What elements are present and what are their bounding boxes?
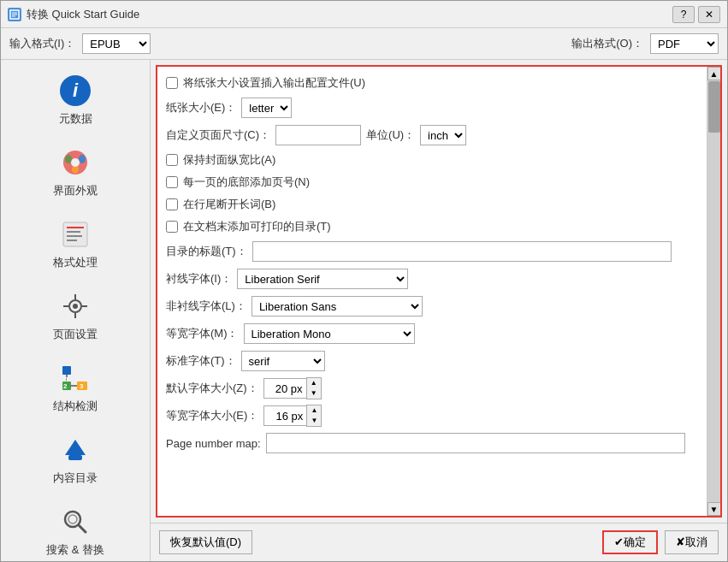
struct-icon-area: 1 2 3 — [58, 361, 92, 395]
unit-select[interactable]: inch cm mm — [420, 125, 466, 145]
svg-point-15 — [73, 304, 78, 309]
printable-toc-label: 在文档末添加可打印的目录(T) — [183, 219, 331, 234]
input-format-select[interactable]: EPUB — [82, 33, 151, 54]
mono-font-select[interactable]: Liberation Mono Courier New — [244, 323, 415, 344]
std-font-row: 标准字体(T)： serif sans-serif monospace — [166, 351, 698, 371]
sidebar: i 元数据 界面外观 — [1, 60, 151, 561]
default-size-arrows: ▲ ▼ — [306, 377, 322, 399]
page-number-label: 每一页的底部添加页号(N) — [183, 175, 310, 190]
checkbox-insert-paper: 将纸张大小设置插入输出配置文件(U) — [166, 75, 698, 91]
output-format-select[interactable]: PDF — [650, 33, 719, 54]
checkbox-break-long: 在行尾断开长词(B) — [166, 197, 698, 212]
cancel-button[interactable]: ✘取消 — [665, 530, 719, 554]
look-icon-area — [58, 145, 92, 180]
insert-paper-label: 将纸张大小设置插入输出配置文件(U) — [183, 75, 365, 91]
default-size-label: 默认字体大小(Z)： — [166, 381, 258, 396]
mono-size-down[interactable]: ▼ — [307, 416, 321, 426]
content-area: 将纸张大小设置插入输出配置文件(U) 纸张大小(E)： letter A4 A5 — [151, 60, 727, 561]
svg-point-6 — [79, 155, 86, 163]
sans-font-select[interactable]: Liberation Sans Arial — [252, 296, 423, 316]
default-size-input[interactable] — [263, 378, 306, 399]
paper-size-label: 纸张大小(E)： — [166, 100, 236, 115]
toc-title-input[interactable] — [252, 241, 672, 262]
default-size-down[interactable]: ▼ — [307, 388, 321, 399]
window-controls: ? ✕ — [672, 6, 720, 23]
svg-text:3: 3 — [80, 382, 84, 390]
unit-label: 单位(U)： — [366, 127, 415, 143]
mono-size-input[interactable] — [263, 405, 306, 426]
close-button[interactable]: ✕ — [698, 6, 720, 23]
settings-icon — [60, 291, 91, 322]
ok-button[interactable]: ✔确定 — [602, 530, 658, 554]
mono-font-label: 等宽字体(M)： — [166, 326, 239, 341]
cover-aspect-checkbox[interactable] — [166, 154, 178, 166]
help-button[interactable]: ? — [672, 6, 695, 23]
svg-point-5 — [65, 155, 72, 163]
mono-size-row: 等宽字体大小(E)： ▲ ▼ — [166, 405, 698, 426]
struct-label: 结构检测 — [53, 399, 98, 414]
sidebar-item-look[interactable]: 界面外观 — [4, 136, 146, 206]
std-font-select[interactable]: serif sans-serif monospace — [241, 351, 325, 371]
default-size-row: 默认字体大小(Z)： ▲ ▼ — [166, 378, 698, 399]
svg-point-30 — [68, 515, 77, 524]
svg-rect-20 — [62, 366, 71, 375]
page-number-checkbox[interactable] — [166, 176, 178, 188]
paper-size-row: 纸张大小(E)： letter A4 A5 — [166, 98, 698, 118]
page-number-map-input[interactable] — [266, 433, 685, 453]
input-format-label: 输入格式(I)： — [9, 36, 75, 51]
pagesettings-icon-area — [58, 289, 92, 323]
toc-icon-area — [58, 433, 92, 467]
info-icon: i — [60, 75, 91, 106]
pagesettings-label: 页面设置 — [53, 327, 98, 342]
toc-icon — [60, 435, 91, 465]
custom-page-row: 自定义页面尺寸(C)： 单位(U)： inch cm mm — [166, 125, 698, 145]
insert-paper-checkbox[interactable] — [166, 77, 178, 89]
svg-text:2: 2 — [63, 382, 68, 390]
checkbox-page-number: 每一页的底部添加页号(N) — [166, 175, 698, 190]
metadata-icon-area: i — [58, 74, 92, 108]
sidebar-item-search[interactable]: 搜索 & 替换 — [4, 495, 146, 561]
mono-size-up[interactable]: ▲ — [307, 405, 321, 416]
checkbox-cover-aspect: 保持封面纵宽比(A) — [166, 152, 698, 168]
toc-label: 内容目录 — [53, 470, 98, 486]
svg-line-31 — [79, 525, 86, 532]
sidebar-item-format[interactable]: 格式处理 — [4, 208, 146, 278]
cover-aspect-label: 保持封面纵宽比(A) — [183, 152, 275, 168]
paper-size-select[interactable]: letter A4 A5 — [241, 98, 292, 118]
page-number-map-row: Page number map: — [166, 433, 698, 453]
custom-page-input[interactable] — [275, 125, 361, 145]
app-icon — [8, 8, 21, 21]
main-window: 转换 Quick Start Guide ? ✕ 输入格式(I)： EPUB 输… — [0, 0, 728, 562]
mono-size-arrows: ▲ ▼ — [306, 405, 322, 427]
break-long-label: 在行尾断开长词(B) — [183, 197, 275, 212]
scroll-up-button[interactable]: ▲ — [707, 67, 721, 80]
reset-button[interactable]: 恢复默认值(D) — [159, 530, 252, 554]
sidebar-item-metadata[interactable]: i 元数据 — [4, 64, 146, 134]
bottom-bar: 恢复默认值(D) ✔确定 ✘取消 — [151, 523, 727, 561]
sidebar-item-toc[interactable]: 内容目录 — [4, 423, 146, 494]
break-long-checkbox[interactable] — [166, 198, 178, 210]
main-content: i 元数据 界面外观 — [1, 60, 727, 561]
scroll-track[interactable] — [707, 80, 721, 502]
serif-font-row: 衬线字体(I)： Liberation Serif Times New Roma… — [166, 269, 698, 289]
default-size-up[interactable]: ▲ — [307, 378, 321, 388]
std-font-label: 标准字体(T)： — [166, 353, 236, 369]
page-number-map-label: Page number map: — [166, 437, 261, 450]
svg-rect-9 — [63, 222, 87, 246]
sidebar-item-struct[interactable]: 1 2 3 结构检测 — [4, 352, 146, 422]
svg-point-8 — [71, 158, 80, 167]
default-size-spinner: ▲ ▼ — [263, 378, 322, 399]
sans-font-label: 非衬线字体(L)： — [166, 299, 246, 314]
mono-size-spinner: ▲ ▼ — [263, 405, 322, 426]
panel-content: 将纸张大小设置插入输出配置文件(U) 纸张大小(E)： letter A4 A5 — [157, 67, 707, 516]
sidebar-item-pagesettings[interactable]: 页面设置 — [4, 280, 146, 350]
serif-font-select[interactable]: Liberation Serif Times New Roman — [237, 269, 408, 289]
printable-toc-checkbox[interactable] — [166, 221, 178, 233]
scroll-down-button[interactable]: ▼ — [707, 502, 721, 516]
serif-font-label: 衬线字体(I)： — [166, 271, 232, 287]
custom-page-label: 自定义页面尺寸(C)： — [166, 127, 270, 143]
scroll-thumb[interactable] — [708, 81, 720, 133]
toolbar-right: 输出格式(O)： PDF — [571, 33, 719, 54]
search-icon — [60, 506, 91, 537]
format-label: 格式处理 — [53, 255, 98, 270]
